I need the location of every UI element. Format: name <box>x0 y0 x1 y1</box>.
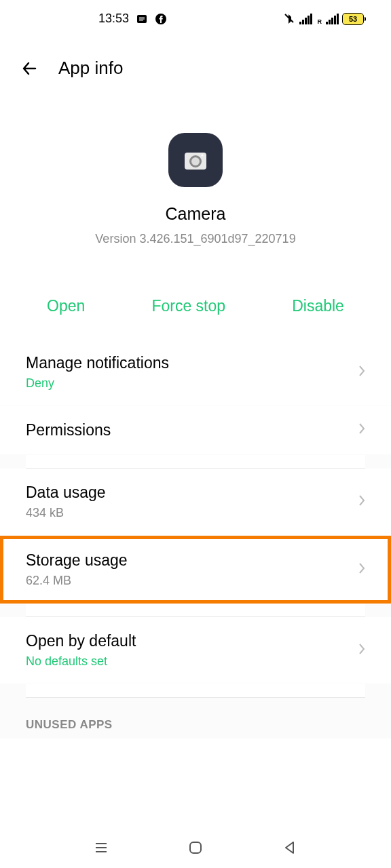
force-stop-button[interactable]: Force stop <box>151 297 225 315</box>
status-bar: 13:53 R 53 <box>0 0 391 37</box>
manage-notifications-item[interactable]: Manage notifications Deny <box>0 339 391 406</box>
svg-point-9 <box>202 155 204 157</box>
battery-icon: 53 <box>342 13 364 25</box>
home-button[interactable] <box>187 839 204 856</box>
recent-apps-button[interactable] <box>92 839 110 856</box>
chevron-right-icon <box>358 494 365 510</box>
section-divider <box>26 604 365 617</box>
chevron-right-icon <box>358 422 365 438</box>
battery-level: 53 <box>349 15 357 23</box>
item-subtitle: 434 kB <box>26 506 358 520</box>
unused-apps-header: UNUSED APPS <box>0 698 391 738</box>
message-icon <box>136 13 148 25</box>
item-subtitle: Deny <box>26 376 358 391</box>
page-title: App info <box>58 58 123 79</box>
chevron-right-icon <box>358 365 365 380</box>
item-title: Permissions <box>26 421 358 439</box>
signal-icon <box>299 14 312 24</box>
chevron-right-icon <box>358 562 365 578</box>
facebook-icon <box>155 13 167 25</box>
navigation-bar <box>0 827 391 868</box>
app-bar: App info <box>0 37 391 92</box>
svg-point-8 <box>191 157 200 165</box>
section-divider <box>26 684 365 698</box>
status-time: 13:53 <box>98 12 129 26</box>
chevron-right-icon <box>358 643 365 658</box>
settings-list: Manage notifications Deny Permissions Da… <box>0 339 391 738</box>
status-right: R 53 <box>284 13 365 25</box>
item-title: Storage usage <box>26 551 358 570</box>
storage-usage-item[interactable]: Storage usage 62.4 MB <box>0 536 391 604</box>
signal-icon-2 <box>326 14 339 24</box>
data-usage-item[interactable]: Data usage 434 kB <box>0 469 391 535</box>
back-button[interactable] <box>20 59 39 78</box>
permissions-item[interactable]: Permissions <box>0 406 391 454</box>
svg-rect-13 <box>190 842 201 853</box>
roaming-icon: R <box>318 18 322 25</box>
app-header: Camera Version 3.426.151_6901d97_220719 <box>0 92 391 273</box>
item-subtitle: No defaults set <box>26 654 358 669</box>
disable-button[interactable]: Disable <box>292 297 344 315</box>
app-version: Version 3.426.151_6901d97_220719 <box>95 232 295 246</box>
open-button[interactable]: Open <box>47 297 85 315</box>
item-subtitle: 62.4 MB <box>26 574 358 588</box>
mute-icon <box>284 13 296 25</box>
back-nav-button[interactable] <box>281 839 299 856</box>
action-row: Open Force stop Disable <box>0 273 391 339</box>
item-title: Open by default <box>26 632 358 650</box>
item-title: Data usage <box>26 484 358 502</box>
app-name: Camera <box>166 204 226 224</box>
open-by-default-item[interactable]: Open by default No defaults set <box>0 617 391 684</box>
status-left: 13:53 <box>98 12 167 26</box>
item-title: Manage notifications <box>26 354 358 372</box>
app-icon <box>168 133 223 187</box>
section-divider <box>26 455 365 469</box>
